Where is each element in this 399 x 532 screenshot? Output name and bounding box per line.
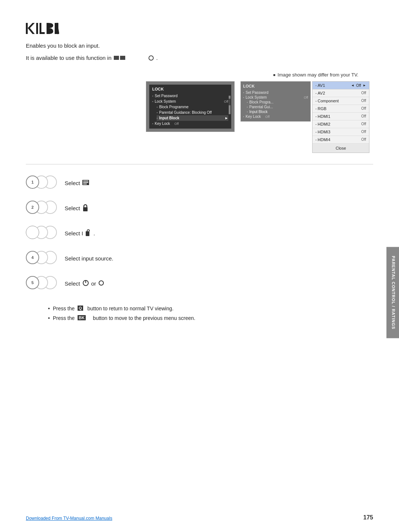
availability-suffix: .	[156, 55, 158, 61]
step-2-circles: 2	[26, 201, 57, 215]
dropdown-row-av1[interactable]: • AV1 ◄ Off ►	[313, 82, 369, 89]
step-3-circles	[26, 226, 57, 241]
note-2: • Press the BK button to move to the pre…	[48, 315, 373, 321]
dropdown-row-hdmi2[interactable]: •HDMI2 Off	[313, 120, 369, 128]
step-4-text: Select input source.	[65, 255, 113, 262]
step-3-row: Select I .	[26, 226, 373, 241]
right-item-4: Parental Gui...	[249, 105, 273, 109]
footer-link[interactable]: Downloaded From TV-Manual.com Manuals	[26, 516, 112, 521]
left-screen-title: LOCK	[152, 87, 164, 91]
note-2-icon: BK	[78, 315, 86, 320]
dropdown-row-av2[interactable]: •AV2 Off	[313, 89, 369, 97]
step-5-row: 5 Select or	[26, 276, 373, 291]
dropdown-row-component[interactable]: •Component Off	[313, 97, 369, 105]
svg-rect-15	[86, 231, 89, 236]
right-item-5: Input Block	[249, 110, 267, 114]
step-3-icon	[85, 229, 91, 237]
left-item-3: Block Programme	[159, 105, 188, 109]
dropdown-label-hdmi4: HDMI4	[318, 137, 330, 142]
step-2-text: Select	[65, 204, 88, 212]
note-2-bullet: •	[48, 315, 50, 321]
step-5-label: Select	[65, 280, 80, 287]
steps-section: 1 Select 2 Select	[26, 175, 373, 291]
step-3-text: Select I .	[65, 229, 95, 237]
note-1: • Press the Q button to return to normal…	[48, 306, 373, 311]
image-note: Image shown may differ from your TV.	[273, 72, 358, 78]
svg-rect-0	[26, 23, 28, 34]
svg-rect-11	[83, 181, 88, 181]
circle-inline-icon	[148, 55, 154, 61]
note-1-text: Press the	[53, 306, 75, 311]
step-4-label: Select input source.	[65, 255, 113, 262]
step-3-label: Select I	[65, 230, 83, 236]
dropdown-panel: • AV1 ◄ Off ► •AV2 Off •C	[312, 81, 369, 153]
left-item-2: Lock System	[155, 99, 176, 103]
note-1-bullet: •	[48, 306, 50, 311]
step-2-icon	[82, 204, 88, 212]
note-1-icon: Q	[78, 306, 83, 311]
step-4-num: 4	[31, 255, 34, 260]
left-tv-screen: LOCK • Set Password • Lock System Off	[146, 81, 235, 132]
note-2-text: Press the	[53, 315, 75, 321]
svg-point-9	[149, 56, 153, 60]
dropdown-value-hdmi3: Off	[361, 130, 366, 134]
step-5-num: 5	[31, 280, 34, 285]
step-5-circles: 5	[26, 276, 57, 291]
dropdown-label-hdmi2: HDMI2	[318, 122, 330, 126]
notes-section: • Press the Q button to return to normal…	[26, 306, 373, 321]
dropdown-label-av1: AV1	[318, 83, 325, 88]
page-content: Enables you to block an input. It is ava…	[0, 0, 399, 347]
step-5-text: Select or	[65, 280, 104, 287]
note-1-suffix: button to return to normal TV viewing.	[86, 306, 174, 311]
dropdown-row-hdmi1[interactable]: •HDMI1 Off	[313, 113, 369, 120]
right-tv-screen: LOCK • Set Password • Lock System Off • …	[241, 81, 311, 122]
step-2-row: 2 Select	[26, 201, 373, 215]
dropdown-value-hdmi2: Off	[361, 122, 366, 126]
step-1-icon	[82, 180, 89, 186]
dropdown-label-rgb: RGB	[318, 106, 327, 111]
step-3-suffix: .	[93, 230, 95, 236]
dropdown-row-hdmi4[interactable]: •HDMI4 Off	[313, 136, 369, 144]
svg-rect-13	[83, 184, 87, 184]
right-item-2: Lock System	[246, 95, 267, 99]
svg-point-18	[99, 281, 103, 285]
left-item-4: Parental Guidance: Blocking Off	[159, 110, 212, 115]
menu-inline-icon	[114, 56, 125, 60]
right-item-6: Key Lock	[246, 115, 261, 119]
right-item-1: Set Password	[246, 91, 269, 95]
left-item-5: Input Block	[159, 116, 179, 120]
dropdown-value-component: Off	[361, 99, 366, 103]
title-block: Enables you to block an input. It is ava…	[26, 22, 373, 61]
description-text: Enables you to block an input.	[26, 41, 373, 50]
svg-rect-2	[36, 23, 38, 34]
step-1-row: 1 Select	[26, 175, 373, 190]
kilbn-logo	[26, 22, 59, 35]
svg-rect-5	[47, 23, 48, 34]
left-arrow: ◄	[351, 83, 354, 87]
dropdown-value-av1: Off	[356, 83, 361, 88]
dropdown-row-rgb[interactable]: •RGB Off	[313, 105, 369, 113]
left-item-1: Set Password	[155, 94, 178, 98]
step-2-label: Select	[65, 205, 80, 211]
step-2-num: 2	[31, 205, 34, 209]
dropdown-row-hdmi3[interactable]: •HDMI3 Off	[313, 128, 369, 136]
step-4-row: 4 Select input source.	[26, 251, 373, 266]
step-5-icon1	[82, 280, 89, 287]
side-tab: PARENTAL CONTROL / RATINGS	[386, 247, 399, 338]
right-arrow: ►	[363, 83, 366, 87]
svg-rect-4	[40, 32, 45, 34]
step-5-or: or	[91, 280, 96, 287]
dropdown-value-hdmi4: Off	[361, 137, 366, 142]
dropdown-value-rgb: Off	[361, 106, 366, 111]
step-1-label: Select	[65, 180, 80, 186]
right-item-3: Block Progra...	[249, 100, 274, 104]
svg-marker-1	[28, 23, 35, 34]
dropdown-close-button[interactable]: Close	[313, 144, 369, 153]
section-divider	[26, 164, 373, 164]
dropdown-label-component: Component	[318, 99, 339, 103]
dropdown-value-hdmi1: Off	[361, 114, 366, 119]
page-number: 175	[363, 514, 373, 521]
step-1-text: Select	[65, 180, 89, 186]
title-icon	[26, 22, 59, 35]
dropdown-label-av2: AV2	[318, 91, 325, 95]
